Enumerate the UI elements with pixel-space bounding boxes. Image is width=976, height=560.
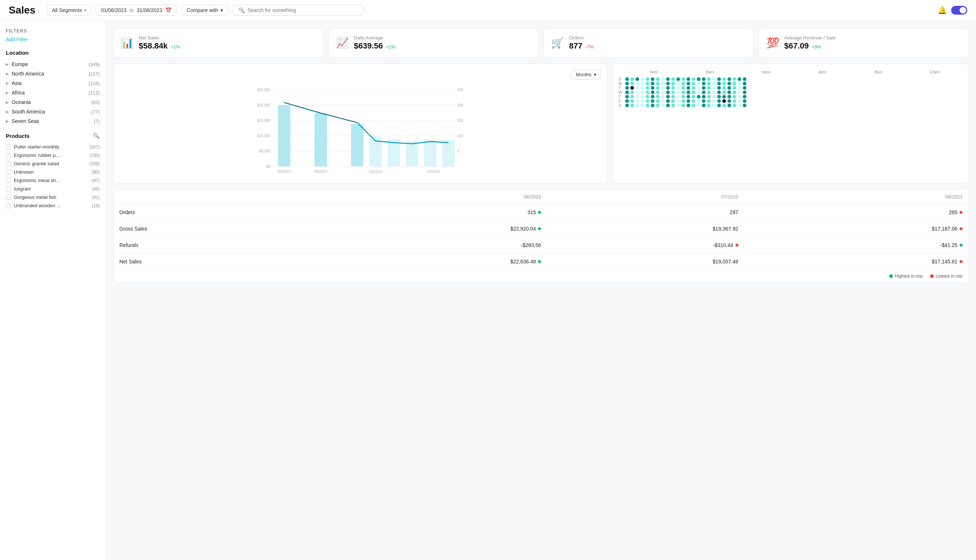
location-item[interactable]: ▶ Asia (116) bbox=[6, 78, 100, 88]
orders-icon: 🛒 bbox=[551, 37, 564, 49]
heatmap-dot bbox=[743, 103, 746, 107]
heatmap-dot bbox=[687, 86, 690, 90]
col-metric bbox=[113, 190, 323, 204]
content-area: 📊 Net Sales $58.84k +1% 📈 Daily Average … bbox=[106, 21, 976, 560]
heatmap-dot bbox=[646, 82, 649, 85]
location-title: Location bbox=[6, 50, 100, 56]
product-checkbox[interactable] bbox=[6, 170, 11, 175]
heatmap-dot bbox=[702, 82, 706, 85]
heatmap-dot bbox=[651, 82, 654, 85]
months-dropdown[interactable]: Months ▾ bbox=[571, 70, 601, 80]
location-count: (77) bbox=[91, 109, 100, 115]
location-item[interactable]: ▶ Africa (112) bbox=[6, 88, 100, 97]
heatmap-dot bbox=[671, 86, 675, 90]
heatmap-dot bbox=[697, 99, 701, 103]
chevron-down-icon: ▾ bbox=[594, 72, 596, 77]
location-item[interactable]: ▶ Europe (349) bbox=[6, 60, 100, 69]
heatmap-dot bbox=[712, 90, 716, 94]
theme-toggle[interactable] bbox=[951, 6, 967, 15]
svg-rect-23 bbox=[424, 139, 437, 167]
heatmap-dot bbox=[702, 95, 706, 98]
cell-value: $22,920.04 bbox=[510, 226, 536, 232]
add-filter-button[interactable]: Add Filter bbox=[6, 37, 28, 42]
heatmap-dot bbox=[681, 99, 685, 103]
heatmap-dot bbox=[636, 77, 639, 81]
table-cell-value: $17,145.81 bbox=[744, 253, 968, 270]
heatmap-dots bbox=[625, 90, 746, 94]
compare-dropdown[interactable]: Compare with ▾ bbox=[182, 5, 229, 16]
daily-average-info: Daily Average $639.56 +1% bbox=[354, 35, 395, 51]
location-item[interactable]: ▶ Oceania (83) bbox=[6, 97, 100, 107]
location-item[interactable]: ▶ Seven Seas (7) bbox=[6, 117, 100, 126]
chevron-right-icon: ▶ bbox=[6, 110, 9, 114]
heatmap-dot bbox=[651, 86, 654, 90]
heatmap-dot bbox=[641, 82, 644, 85]
location-item[interactable]: ▶ North America (127) bbox=[6, 69, 100, 78]
products-search-icon[interactable]: 🔍 bbox=[93, 132, 100, 139]
heatmap-dot bbox=[707, 86, 711, 90]
heatmap-dot bbox=[737, 99, 741, 103]
product-checkbox[interactable] bbox=[6, 153, 11, 158]
daily-average-label: Daily Average bbox=[354, 35, 395, 40]
heatmap-dot bbox=[661, 86, 665, 90]
product-count: (150) bbox=[89, 153, 100, 158]
legend-highest: Highest in row bbox=[889, 273, 923, 279]
heatmap-dot bbox=[712, 95, 716, 98]
svg-text:08/2023: 08/2023 bbox=[314, 170, 328, 174]
product-checkbox[interactable] bbox=[6, 195, 11, 200]
heatmap-dot bbox=[737, 77, 741, 81]
heatmap-dot bbox=[666, 95, 670, 98]
cell-value: 265 bbox=[949, 209, 958, 215]
svg-text:0: 0 bbox=[457, 149, 459, 153]
heatmap-dot bbox=[676, 82, 680, 85]
heatmap-dot bbox=[727, 103, 731, 107]
heatmap-dot bbox=[687, 95, 690, 98]
orders-info: Orders 877 -7% bbox=[569, 35, 594, 51]
heatmap-dot bbox=[732, 103, 736, 107]
segment-dropdown[interactable]: All Segments ▾ bbox=[47, 5, 91, 16]
location-item[interactable]: ▶ South America (77) bbox=[6, 107, 100, 117]
heatmap-dot bbox=[666, 86, 670, 90]
svg-text:06/2023: 06/2023 bbox=[278, 170, 291, 174]
table-cell-value: -$41.25 bbox=[744, 237, 968, 253]
heatmap-dot bbox=[671, 103, 675, 107]
heatmap-dot bbox=[743, 82, 746, 85]
product-item: Generic granite salad (109) bbox=[6, 160, 100, 168]
green-dot bbox=[959, 244, 963, 247]
svg-text:$0: $0 bbox=[267, 165, 271, 168]
svg-text:200: 200 bbox=[457, 118, 464, 123]
heatmap-dot bbox=[717, 77, 721, 81]
table-cell-value: $19,057.48 bbox=[547, 253, 744, 270]
location-count: (83) bbox=[91, 100, 100, 105]
product-checkbox[interactable] bbox=[6, 203, 11, 208]
location-name: Asia bbox=[12, 80, 22, 86]
search-input[interactable] bbox=[247, 7, 359, 13]
bell-icon[interactable]: 🔔 bbox=[938, 6, 947, 15]
heatmap-dot bbox=[656, 95, 659, 98]
heatmap-dot bbox=[697, 82, 701, 85]
heatmap-row-S: S bbox=[619, 77, 963, 82]
heatmap-dot bbox=[692, 77, 695, 81]
heatmap-dots bbox=[625, 103, 746, 107]
product-item: Unbranded wooden ... (19) bbox=[6, 202, 100, 210]
product-checkbox[interactable] bbox=[6, 145, 11, 150]
heatmap-day-label: F bbox=[619, 99, 624, 103]
heatmap-dot bbox=[646, 90, 649, 94]
daily-average-icon: 📈 bbox=[336, 37, 349, 49]
product-checkbox[interactable] bbox=[6, 178, 11, 183]
heatmap-dot bbox=[631, 86, 634, 90]
heatmap-dot bbox=[641, 103, 644, 107]
orders-label: Orders bbox=[569, 35, 594, 40]
heatmap-dot bbox=[687, 90, 690, 94]
product-checkbox[interactable] bbox=[6, 161, 11, 167]
chevron-right-icon: ▶ bbox=[6, 72, 9, 76]
heatmap-dot bbox=[722, 86, 726, 90]
red-dot bbox=[959, 227, 963, 230]
search-box[interactable]: 🔍 bbox=[233, 5, 364, 16]
heatmap-dot bbox=[687, 77, 690, 81]
date-range-picker[interactable]: 01/06/2023 to 31/08/2023 📅 bbox=[96, 5, 177, 16]
heatmap-dot bbox=[676, 90, 680, 94]
chart-header: Months ▾ bbox=[119, 70, 601, 80]
product-checkbox[interactable] bbox=[6, 187, 11, 192]
heatmap-dot bbox=[692, 86, 695, 90]
